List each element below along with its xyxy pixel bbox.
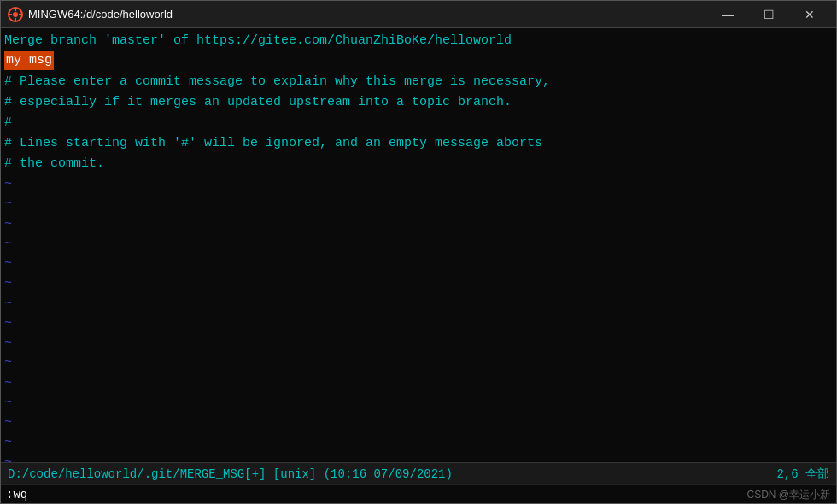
tilde-3: ~ (4, 214, 836, 234)
tilde-area: ~ ~ ~ ~ ~ ~ ~ ~ ~ ~ ~ ~ ~ ~ ~ ~ ~ ~ ~ (1, 174, 836, 462)
tilde-13: ~ (4, 413, 836, 432)
comment-line-4: # Lines starting with '#' will be ignore… (4, 133, 833, 154)
highlighted-text: my msg (4, 51, 54, 71)
tilde-12: ~ (4, 393, 836, 413)
watermark: CSDN @幸运小新 (746, 488, 830, 502)
close-button[interactable]: ✕ (790, 3, 829, 26)
tilde-2: ~ (4, 194, 836, 214)
second-line: my msg (1, 51, 836, 71)
title-bar-controls: — ☐ ✕ (708, 3, 829, 26)
comment-line-3: # (4, 113, 833, 133)
terminal-window: MINGW64:/d/code/helloworld — ☐ ✕ Merge b… (0, 0, 837, 504)
tilde-10: ~ (4, 353, 836, 372)
command-line[interactable]: :wq (1, 484, 836, 503)
tilde-5: ~ (4, 254, 836, 273)
tilde-11: ~ (4, 373, 836, 393)
title-bar-left: MINGW64:/d/code/helloworld (8, 7, 173, 22)
cursor-position: 2,6 全部 (776, 466, 829, 482)
tilde-8: ~ (4, 314, 836, 333)
comment-line-2: # especially if it merges an updated ups… (4, 92, 833, 113)
editor-area: Merge branch 'master' of https://gitee.c… (1, 28, 836, 462)
maximize-button[interactable]: ☐ (749, 3, 788, 26)
comment-line-1: # Please enter a commit message to expla… (4, 72, 833, 92)
tilde-14: ~ (4, 432, 836, 452)
minimize-button[interactable]: — (708, 3, 747, 26)
tilde-15: ~ (4, 453, 836, 463)
title-bar: MINGW64:/d/code/helloworld — ☐ ✕ (1, 1, 836, 28)
tilde-4: ~ (4, 234, 836, 254)
window-title: MINGW64:/d/code/helloworld (28, 8, 173, 21)
tilde-6: ~ (4, 273, 836, 293)
git-icon (8, 7, 23, 22)
tilde-9: ~ (4, 333, 836, 353)
comment-block: # Please enter a commit message to expla… (1, 70, 836, 174)
command-text: :wq (6, 488, 27, 501)
file-path-status: D:/code/helloworld/.git/MERGE_MSG[+] [un… (8, 467, 453, 481)
comment-line-5: # the commit. (4, 154, 833, 174)
merge-commit-title: Merge branch 'master' of https://gitee.c… (1, 28, 836, 51)
svg-point-1 (13, 12, 18, 17)
tilde-1: ~ (4, 174, 836, 194)
tilde-7: ~ (4, 294, 836, 314)
status-bar: D:/code/helloworld/.git/MERGE_MSG[+] [un… (1, 462, 836, 484)
